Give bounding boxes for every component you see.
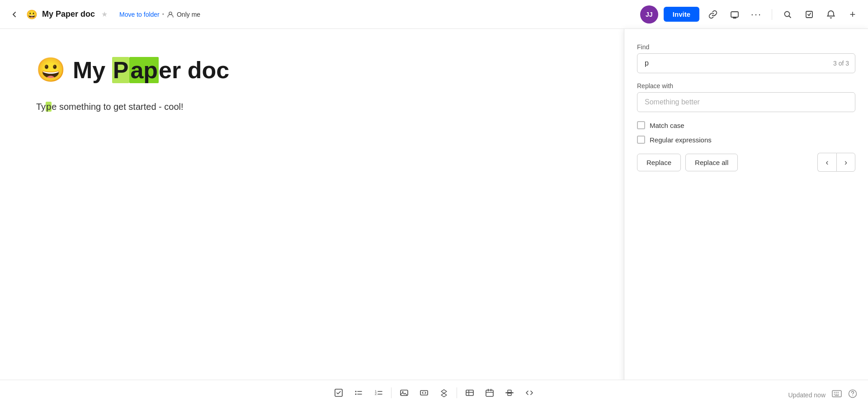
heading-emoji: 😀 [36,56,66,84]
svg-point-5 [355,391,357,392]
find-input-wrap: 3 of 3 [637,53,855,73]
toolbar-code-icon[interactable] [519,383,539,403]
match-case-checkbox[interactable] [637,121,645,129]
replace-all-button[interactable]: Replace all [685,154,738,171]
toolbar-image-icon[interactable] [394,383,414,403]
find-input[interactable] [637,53,855,73]
find-replace-panel: Find 3 of 3 Replace with Match case Regu… [624,29,868,405]
svg-rect-13 [486,390,493,396]
replace-section: Replace with [637,82,855,112]
svg-point-10 [402,391,404,392]
toolbar-unordered-list-icon[interactable] [349,383,368,403]
next-match-button[interactable]: › [836,153,855,172]
match-case-checkbox-row[interactable]: Match case [637,121,855,129]
toolbar-embed-icon[interactable] [414,383,434,403]
user-icon [167,11,174,18]
svg-rect-3 [806,11,812,18]
svg-rect-16 [832,391,841,397]
svg-point-2 [785,11,790,16]
svg-rect-14 [508,390,511,392]
search-icon-button[interactable] [779,6,796,23]
help-icon[interactable] [848,389,857,400]
body-highlight: p [46,102,52,112]
main-area: 😀 My Paper doc Type something to get sta… [0,29,868,405]
doc-title: My Paper doc [42,9,95,19]
prev-match-button[interactable]: ‹ [817,153,836,172]
toolbar-divider-1 [391,387,392,398]
regex-checkbox-row[interactable]: Regular expressions [637,136,855,144]
heading-highlight-1: P [112,57,130,83]
regex-checkbox[interactable] [637,136,645,144]
toolbar-divider-insert-icon[interactable] [500,383,519,403]
heading-text: My Paper doc [73,57,229,84]
topbar-left: 😀 My Paper doc ★ Move to folder • Only m… [7,7,640,22]
toolbar-divider-2 [457,387,457,398]
invite-button[interactable]: Invite [664,7,699,22]
options-group: Match case Regular expressions [637,121,855,144]
regex-label: Regular expressions [650,136,712,144]
bell-icon-button[interactable] [823,6,839,23]
find-section: Find 3 of 3 [637,43,855,73]
keyboard-icon[interactable] [832,390,842,400]
svg-rect-11 [420,391,428,395]
link-icon-button[interactable] [705,6,721,23]
find-label: Find [637,43,855,51]
doc-emoji: 😀 [26,9,38,20]
only-me-text: Only me [177,11,200,18]
svg-point-18 [852,396,853,396]
heading-highlight-2: ap [129,57,159,83]
updated-text: Updated now [788,391,826,399]
topbar-divider [772,9,772,20]
more-options-button[interactable]: ··· [748,6,764,23]
svg-rect-1 [731,12,738,17]
topbar: 😀 My Paper doc ★ Move to folder • Only m… [0,0,868,29]
topbar-meta: Move to folder • Only me [119,11,200,18]
svg-rect-15 [508,393,511,396]
present-icon-button[interactable] [726,6,743,23]
star-icon[interactable]: ★ [101,10,108,19]
topbar-right: JJ Invite ··· [640,5,861,24]
svg-text:2.: 2. [375,392,377,396]
svg-point-6 [355,393,357,395]
toolbar-ordered-list-icon[interactable]: 1. 2. [368,383,388,403]
move-to-folder-link[interactable]: Move to folder [119,11,160,18]
replace-label: Replace with [637,82,855,89]
svg-rect-12 [466,390,473,396]
separator-dot: • [162,11,164,18]
checklist-icon-button[interactable] [801,6,817,23]
bottom-toolbar: 1. 2. [0,380,868,405]
user-avatar[interactable]: JJ [640,5,658,24]
replace-input[interactable] [637,92,855,112]
toolbar-table-icon[interactable] [460,383,480,403]
toolbar-dropbox-icon[interactable] [434,383,454,403]
navigation-buttons: ‹ › [817,153,855,172]
toolbar-checklist-icon[interactable] [329,383,349,403]
toolbar-calendar-icon[interactable] [480,383,500,403]
add-icon-button[interactable]: + [844,6,861,23]
back-button[interactable] [7,7,22,22]
replace-button[interactable]: Replace [637,154,681,171]
toolbar-right: Updated now [788,389,857,400]
action-buttons-row: Replace Replace all ‹ › [637,153,855,172]
match-case-label: Match case [650,122,684,129]
